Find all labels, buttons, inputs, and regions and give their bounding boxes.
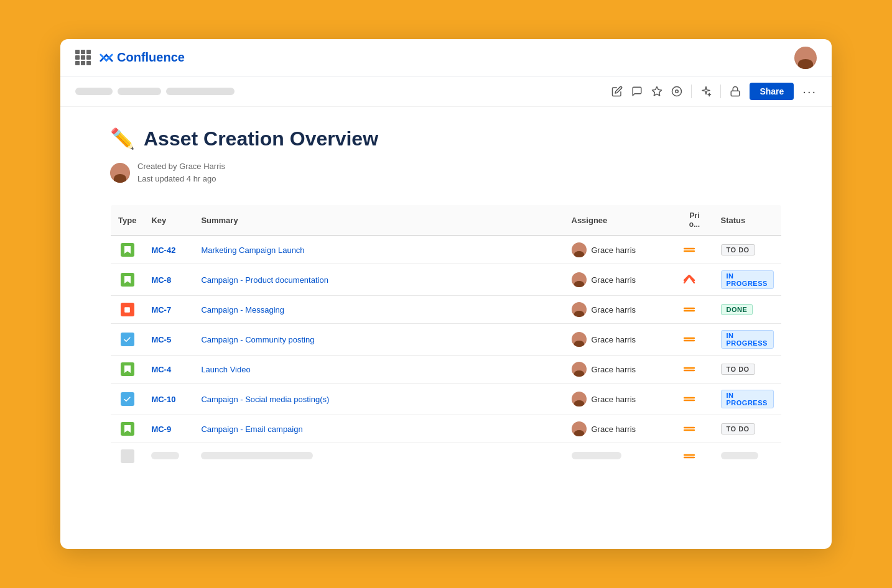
type-cell: [111, 415, 144, 443]
key-cell[interactable]: MC-8: [144, 264, 193, 296]
type-cell: [111, 236, 144, 264]
issues-table: Type Key Summary Assignee Pri o...: [110, 204, 782, 470]
summary-link[interactable]: Campaign - Product documentation: [201, 275, 328, 285]
summary-cell[interactable]: Marketing Campaign Launch: [193, 236, 564, 264]
summary-cell[interactable]: Campaign - Email campaign: [193, 415, 564, 443]
issue-key-link[interactable]: MC-5: [151, 335, 171, 344]
page-title: Asset Creation Overview: [144, 127, 378, 150]
type-cell: [111, 264, 144, 296]
assignee-avatar: [572, 272, 587, 287]
star-icon[interactable]: [651, 86, 662, 97]
assignee-cell: Grace harris: [564, 236, 676, 264]
key-cell[interactable]: MC-5: [144, 324, 193, 356]
summary-cell[interactable]: Campaign - Social media posting(s): [193, 384, 564, 415]
table-row: MC-8Campaign - Product documentationGrac…: [111, 264, 782, 296]
more-button[interactable]: ···: [802, 85, 817, 99]
priority-cell: [676, 236, 713, 264]
status-cell: TO DO: [713, 356, 782, 384]
assignee-avatar: [572, 302, 587, 317]
col-header-key: Key: [144, 205, 193, 236]
summary-cell[interactable]: Campaign - Messaging: [193, 296, 564, 324]
apps-icon[interactable]: [75, 50, 91, 65]
page-meta-text: Created by Grace Harris Last updated 4 h…: [137, 160, 225, 185]
assignee-name: Grace harris: [592, 246, 636, 255]
confluence-logo[interactable]: Confluence: [100, 50, 185, 65]
last-updated: Last updated 4 hr ago: [137, 173, 225, 185]
summary-link[interactable]: Campaign - Messaging: [201, 305, 284, 315]
table-row: MC-10Campaign - Social media posting(s)G…: [111, 384, 782, 415]
topnav: Confluence: [60, 39, 832, 76]
col-header-assignee: Assignee: [564, 205, 676, 236]
issue-key-link[interactable]: MC-42: [151, 246, 175, 255]
assignee-cell: Grace harris: [564, 384, 676, 415]
summary-cell[interactable]: Campaign - Community posting: [193, 324, 564, 356]
summary-link[interactable]: Campaign - Email campaign: [201, 425, 302, 434]
summary-cell[interactable]: Launch Video: [193, 356, 564, 384]
col-header-type: Type: [111, 205, 144, 236]
summary-link[interactable]: Campaign - Social media posting(s): [201, 395, 329, 404]
priority-icon: [684, 305, 706, 315]
share-button[interactable]: Share: [750, 83, 794, 100]
status-badge: DONE: [721, 304, 753, 315]
assignee-name: Grace harris: [592, 305, 636, 315]
issue-key-link[interactable]: MC-10: [151, 395, 175, 404]
breadcrumb-item-1[interactable]: [75, 88, 113, 95]
col-header-priority: Pri o...: [676, 205, 713, 236]
assignee-cell: Grace harris: [564, 264, 676, 296]
status-badge: TO DO: [721, 244, 755, 255]
key-cell[interactable]: MC-7: [144, 296, 193, 324]
issue-key-link[interactable]: MC-8: [151, 275, 171, 285]
priority-icon: [684, 246, 706, 255]
loading-assignee: [564, 443, 676, 470]
priority-icon: [684, 335, 706, 344]
issue-key-link[interactable]: MC-7: [151, 305, 171, 315]
svg-rect-6: [124, 307, 130, 313]
assignee-avatar: [572, 332, 587, 347]
summary-link[interactable]: Launch Video: [201, 365, 250, 374]
ai-icon[interactable]: [700, 86, 712, 97]
loading-type: [111, 443, 144, 470]
priority-cell: [676, 356, 713, 384]
status-badge: IN PROGRESS: [721, 270, 774, 289]
breadcrumb-item-3[interactable]: [166, 88, 235, 95]
key-cell[interactable]: MC-10: [144, 384, 193, 415]
table-row: MC-4Launch VideoGrace harrisTO DO: [111, 356, 782, 384]
assignee-cell: Grace harris: [564, 356, 676, 384]
user-avatar[interactable]: [794, 47, 817, 69]
type-cell: [111, 324, 144, 356]
type-cell: [111, 356, 144, 384]
comment-icon[interactable]: [631, 86, 643, 97]
table-row: MC-42Marketing Campaign LaunchGrace harr…: [111, 236, 782, 264]
lock-icon[interactable]: [730, 86, 741, 97]
svg-rect-3: [732, 91, 740, 96]
watch-icon[interactable]: [671, 86, 682, 97]
issue-key-link[interactable]: MC-4: [151, 365, 171, 374]
issue-key-link[interactable]: MC-9: [151, 425, 171, 434]
key-cell[interactable]: MC-42: [144, 236, 193, 264]
status-badge: TO DO: [721, 364, 755, 375]
status-badge: IN PROGRESS: [721, 390, 774, 408]
type-cell: [111, 296, 144, 324]
created-by: Created by Grace Harris: [137, 160, 225, 173]
priority-cell: [676, 415, 713, 443]
summary-cell[interactable]: Campaign - Product documentation: [193, 264, 564, 296]
topnav-left: Confluence: [75, 50, 185, 65]
status-cell: TO DO: [713, 236, 782, 264]
edit-icon[interactable]: [611, 86, 623, 97]
status-cell: DONE: [713, 296, 782, 324]
breadcrumb-item-2[interactable]: [118, 88, 161, 95]
page-content: ✏️ Asset Creation Overview Created by Gr…: [60, 107, 832, 549]
priority-cell: [676, 264, 713, 296]
type-icon: [121, 333, 134, 346]
summary-link[interactable]: Campaign - Community posting: [201, 335, 314, 344]
author-avatar: [110, 163, 130, 183]
col-header-summary: Summary: [193, 205, 564, 236]
priority-cell: [676, 296, 713, 324]
page-meta: Created by Grace Harris Last updated 4 h…: [110, 160, 782, 185]
summary-link[interactable]: Marketing Campaign Launch: [201, 246, 304, 255]
key-cell[interactable]: MC-9: [144, 415, 193, 443]
assignee-avatar: [572, 392, 587, 407]
assignee-avatar: [572, 362, 587, 377]
type-icon: [121, 243, 134, 257]
key-cell[interactable]: MC-4: [144, 356, 193, 384]
